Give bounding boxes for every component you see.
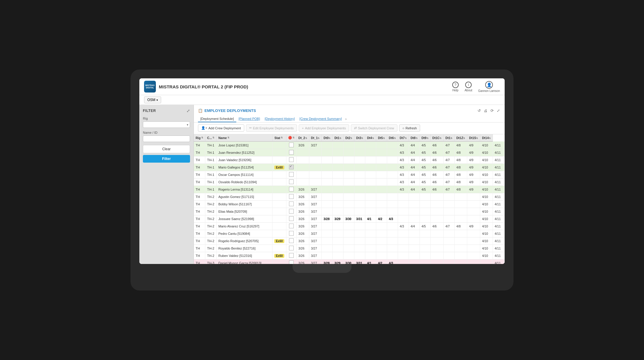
table-row[interactable]: TH TH-2 Agustin Gomez [517115] 3/26 3/27… — [194, 193, 505, 201]
check-cell[interactable] — [286, 245, 296, 252]
tab-planned-pob[interactable]: [Planned POB] — [236, 116, 262, 122]
date-cell: 3/26 — [296, 260, 309, 264]
table-row[interactable]: TH TH-2 Mario Alvarez Cruz [516297] 3/26… — [194, 223, 505, 230]
date-cell — [444, 193, 455, 201]
logo-icon: MISTRAS DIGITAL — [144, 81, 156, 93]
col-header-dt7[interactable]: Dt7⇅ — [398, 134, 409, 141]
col-header-crew[interactable]: C...⇅ — [205, 134, 216, 141]
osm-dropdown-icon: ▾ — [156, 98, 158, 102]
col-header-dt0[interactable]: Dt0⇅ — [322, 134, 333, 141]
tab-deployment-schedule[interactable]: [Deployment Schedule] — [198, 116, 236, 122]
col-header-check[interactable]: 🔴⇅ — [286, 134, 296, 141]
col-header-dt3[interactable]: Dt3⇅ — [354, 134, 365, 141]
col-header-stat[interactable]: Stat⇅ — [273, 134, 286, 141]
col-header-name[interactable]: Name⇅ — [217, 134, 273, 141]
col-header-dt9[interactable]: Dt9⇅ — [420, 134, 430, 141]
table-row[interactable]: TH TH-2 Royaldo Benitez [522716] 3/26 3/… — [194, 245, 505, 252]
user-nav-item[interactable]: 👤 Gannon Lamson — [478, 81, 500, 93]
col-header-rig[interactable]: Rig⇅ — [194, 134, 205, 141]
check-cell[interactable] — [286, 149, 296, 156]
help-nav-item[interactable]: ? Help — [452, 82, 459, 92]
col-header-dt4[interactable]: Dt4⇅ — [365, 134, 376, 141]
tab-deployment-history[interactable]: [Deployment History] — [262, 116, 297, 122]
check-cell[interactable] — [286, 215, 296, 223]
date-cell — [454, 260, 467, 264]
switch-deployment-crew-button[interactable]: ⇄ Switch Deployment Crew — [351, 124, 397, 132]
check-cell[interactable] — [286, 230, 296, 237]
check-cell[interactable] — [286, 193, 296, 201]
rig-cell: TH — [194, 252, 205, 260]
check-cell[interactable] — [286, 156, 296, 164]
date-cell: 4/8 — [454, 186, 467, 193]
table-container[interactable]: Rig⇅ C...⇅ Name⇅ Stat⇅ 🔴⇅ Dt_2⇅ Dt_1⇅ Dt… — [194, 134, 505, 264]
add-employee-deployments-button[interactable]: + Add Employee Deployments — [299, 124, 349, 132]
col-header-dt10[interactable]: Dt1C⇅ — [430, 134, 444, 141]
check-cell[interactable] — [286, 186, 296, 193]
date-cell: 3/31 — [354, 260, 365, 264]
filter-button[interactable]: Filter — [143, 155, 190, 163]
table-row[interactable]: TH TH-1 Rogerio Lerma [513114] 3/26 3/27… — [194, 186, 505, 193]
date-cell — [344, 208, 354, 215]
col-header-dt1a[interactable]: Dt1⇅ — [333, 134, 344, 141]
add-crew-deployment-button[interactable]: 👤+ Add Crew Deployment — [198, 124, 244, 132]
check-cell[interactable] — [286, 223, 296, 230]
table-row[interactable]: TH TH-2 Elias Mata [520709] 3/26 3/27 4/… — [194, 208, 505, 215]
refresh-icon-btn[interactable]: ↺ — [477, 108, 481, 113]
table-row[interactable]: TH TH-1 Jose Lopez [515381] 3/26 3/27 4/… — [194, 141, 505, 149]
check-cell[interactable] — [286, 171, 296, 179]
check-cell[interactable] — [286, 201, 296, 208]
osm-tab[interactable]: OSM ▾ — [144, 96, 161, 103]
col-header-dt2a[interactable]: Dt2⇅ — [344, 134, 354, 141]
col-header-dt1[interactable]: Dt_1⇅ — [309, 134, 322, 141]
table-row[interactable]: TH TH-2 Pedro Cantu [519084] 3/26 3/27 4… — [194, 230, 505, 237]
check-cell[interactable] — [286, 141, 296, 149]
refresh-button[interactable]: ○ Refresh — [399, 124, 420, 132]
expand-icon[interactable]: ⤢ — [186, 108, 190, 113]
date-cell — [354, 156, 365, 164]
check-cell[interactable] — [286, 179, 296, 186]
table-row[interactable]: TH TH-1 Oscar Campos [511114] 4/3 4/4 4/… — [194, 171, 505, 179]
date-cell: 3/26 — [296, 230, 309, 237]
expand-panel-btn[interactable]: ⤢ — [496, 108, 501, 113]
name-cell: Rogelio Rodriguez [520705] — [217, 237, 273, 245]
table-row[interactable]: TH TH-2 Ruben Valdez [512316] Ex60 3/26 … — [194, 252, 505, 260]
tab-crew-deployment-summary[interactable]: [Crew Deployment Summary] — [297, 116, 344, 122]
rig-cell: TH — [194, 230, 205, 237]
rig-select[interactable] — [143, 121, 190, 128]
table-row[interactable]: TH TH-1 Juan Resendez [511252] 4/3 4/4 4… — [194, 149, 505, 156]
col-header-dt12[interactable]: Dt1Z⇅ — [454, 134, 467, 141]
table-row[interactable]: TH TH-2 Jossuee Saenz [521998] 3/26 3/27… — [194, 215, 505, 223]
check-cell[interactable] — [286, 164, 296, 171]
table-row[interactable]: TH TH-1 Mario Gallegos [511254] Ex60 4/3… — [194, 164, 505, 171]
date-cell: 3/26 — [296, 201, 309, 208]
table-row[interactable]: TH TH-3 Daniel Munoz Garza [520013] 3/26… — [194, 260, 505, 264]
table-row[interactable]: TH TH-1 Osvaldo Robledo [511094] 4/3 4/4… — [194, 179, 505, 186]
col-header-dt8[interactable]: Dt8⇅ — [409, 134, 420, 141]
check-cell[interactable] — [286, 260, 296, 264]
date-cell — [454, 252, 467, 260]
col-header-dt6[interactable]: Dt6⇅ — [387, 134, 398, 141]
edit-employee-deployments-button[interactable]: ✏ Edit Employee Deployments — [246, 124, 297, 132]
col-header-dt14[interactable]: Dt14⇅ — [480, 134, 493, 141]
check-cell[interactable] — [286, 208, 296, 215]
more-tabs-icon[interactable]: › — [344, 116, 348, 122]
col-header-dt13[interactable]: Dt1S⇅ — [467, 134, 480, 141]
col-header-dt11[interactable]: Dt1⇅ — [444, 134, 455, 141]
col-header-dt2[interactable]: Dt_2⇅ — [296, 134, 309, 141]
table-header-row: Rig⇅ C...⇅ Name⇅ Stat⇅ 🔴⇅ Dt_2⇅ Dt_1⇅ Dt… — [194, 134, 505, 141]
date-cell — [309, 164, 322, 171]
name-id-input[interactable] — [143, 136, 190, 142]
check-cell[interactable] — [286, 237, 296, 245]
date-cell: 4/11 — [493, 171, 505, 179]
table-row[interactable]: TH TH-1 Juan Valadez [519206] 4/3 4/4 4/… — [194, 156, 505, 164]
about-nav-item[interactable]: i About — [465, 82, 472, 92]
reload-icon-btn[interactable]: ⟳ — [490, 108, 494, 113]
table-row[interactable]: TH TH-2 Bobby Wilson [511167] 3/26 3/27 … — [194, 201, 505, 208]
check-cell[interactable] — [286, 252, 296, 260]
col-header-dt5[interactable]: Dt5⇅ — [376, 134, 387, 141]
date-cell: 4/1 — [365, 260, 376, 264]
sidebar-filter: FILTER ⤢ Rig Name / ID Clear Filter — [139, 105, 194, 264]
table-row[interactable]: TH TH-2 Rogelio Rodriguez [520705] Ex60 … — [194, 237, 505, 245]
clear-button[interactable]: Clear — [143, 145, 190, 153]
print-icon-btn[interactable]: 🖨 — [483, 108, 488, 113]
